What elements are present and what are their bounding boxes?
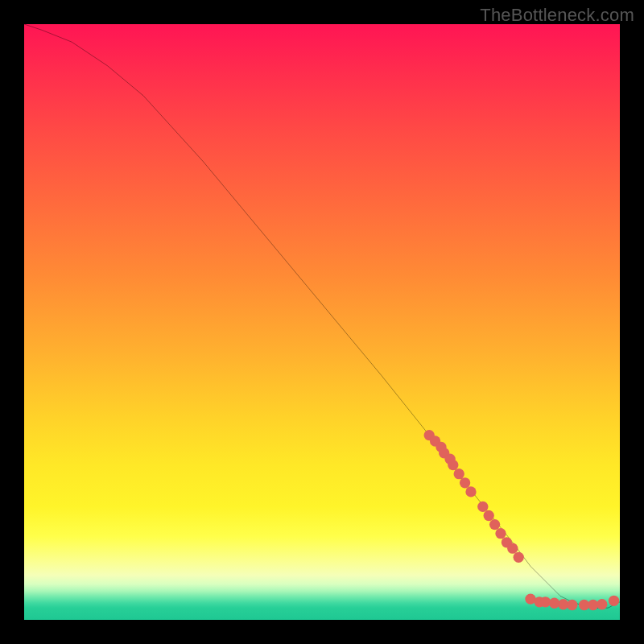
data-marker [448,460,458,470]
plot-area [24,24,620,620]
chart-svg [24,24,620,620]
data-marker [609,596,619,606]
watermark-text: TheBottleneck.com [480,5,634,26]
data-marker [477,502,488,512]
data-marker [489,519,500,530]
data-marker [460,477,470,488]
chart-frame: TheBottleneck.com [0,0,644,644]
data-marker [597,599,607,609]
bottleneck-curve-line [24,24,620,608]
data-marker [484,510,494,521]
data-marker [514,552,524,563]
data-marker [454,469,464,479]
data-marker [495,528,506,539]
data-marker [507,543,518,554]
data-marker [465,486,476,497]
data-marker [567,600,577,610]
marker-group [424,430,620,610]
